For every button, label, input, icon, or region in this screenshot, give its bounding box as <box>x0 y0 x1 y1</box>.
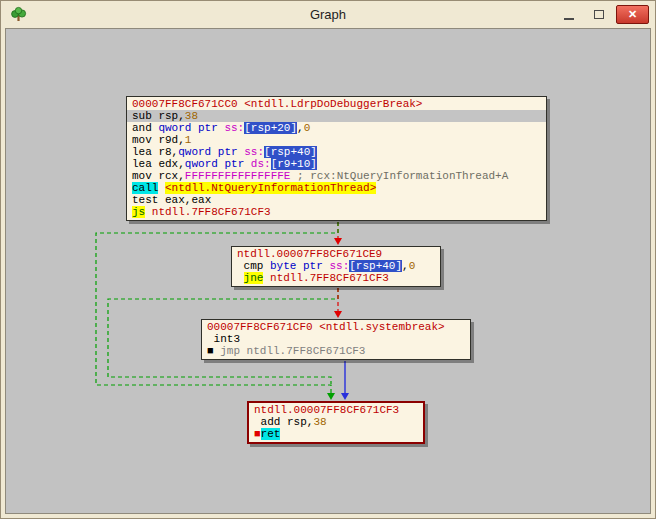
asm-line[interactable]: js ntdll.7FF8CF671CF3 <box>127 206 546 218</box>
asm-line[interactable]: mov r9d,1 <box>127 134 546 146</box>
close-icon: ✕ <box>628 8 637 21</box>
asm-line[interactable]: cmp byte ptr ss:[rsp+40],0 <box>232 260 440 272</box>
asm-line[interactable]: call <ntdll.NtQueryInformationThread> <box>127 182 546 194</box>
minimize-button[interactable] <box>556 5 582 24</box>
asm-line[interactable]: and qword ptr ss:[rsp+20],0 <box>127 122 546 134</box>
asm-line[interactable]: lea r8,qword ptr ss:[rsp+40] <box>127 146 546 158</box>
asm-line[interactable]: ■ret <box>249 428 423 440</box>
close-button[interactable]: ✕ <box>616 5 649 24</box>
graph-window: Graph ✕ 00007FF8CF671CC0 <ntdll.LdrpDoDe… <box>0 0 656 519</box>
block-cf3[interactable]: ntdll.00007FF8CF671CF3 add rsp,38■ret <box>247 401 425 444</box>
block-header[interactable]: 00007FF8CF671CF0 <ntdll.systembreak> <box>202 321 470 333</box>
asm-line[interactable]: sub rsp,38 <box>127 110 546 122</box>
block-header[interactable]: ntdll.00007FF8CF671CE9 <box>232 248 440 260</box>
titlebar[interactable]: Graph ✕ <box>1 1 655 28</box>
asm-line[interactable]: lea edx,qword ptr ds:[r9+10] <box>127 158 546 170</box>
block-systembreak[interactable]: 00007FF8CF671CF0 <ntdll.systembreak> int… <box>201 319 471 360</box>
asm-line[interactable]: jne ntdll.7FF8CF671CF3 <box>232 272 440 284</box>
asm-line[interactable]: test eax,eax <box>127 194 546 206</box>
block-ce9[interactable]: ntdll.00007FF8CF671CE9 cmp byte ptr ss:[… <box>231 246 441 287</box>
asm-line[interactable]: add rsp,38 <box>249 416 423 428</box>
asm-line[interactable]: int3 <box>202 333 470 345</box>
maximize-button[interactable] <box>586 5 612 24</box>
block-header[interactable]: 00007FF8CF671CC0 <ntdll.LdrpDoDebuggerBr… <box>127 98 546 110</box>
block-header[interactable]: ntdll.00007FF8CF671CF3 <box>249 404 423 416</box>
maximize-icon <box>594 10 604 19</box>
asm-line[interactable]: mov rcx,FFFFFFFFFFFFFFFE ; rcx:NtQueryIn… <box>127 170 546 182</box>
minimize-icon <box>564 18 574 20</box>
window-controls: ✕ <box>556 5 649 24</box>
asm-line[interactable]: ■ jmp ntdll.7FF8CF671CF3 <box>202 345 470 357</box>
block-ldrpdodebuggerbreak[interactable]: 00007FF8CF671CC0 <ntdll.LdrpDoDebuggerBr… <box>126 96 547 221</box>
